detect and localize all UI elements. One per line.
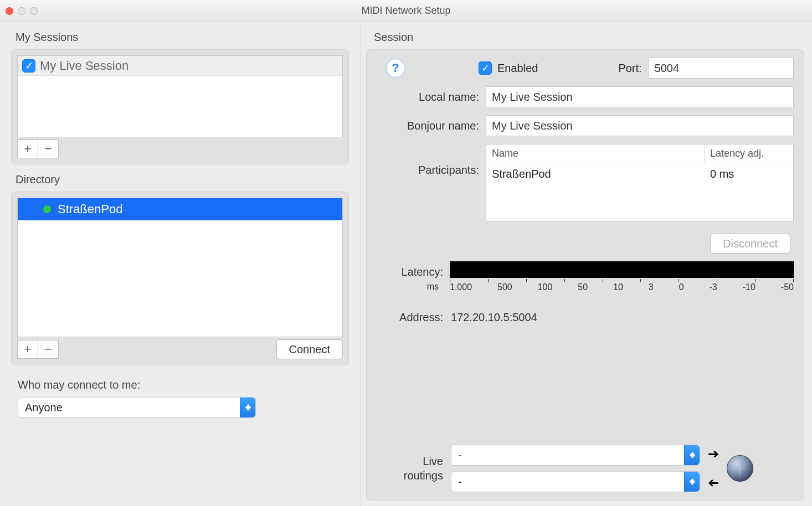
participants-column-latency: Latency adj. <box>705 144 793 163</box>
local-name-input[interactable] <box>486 86 794 107</box>
latency-tick: 10 <box>613 282 623 292</box>
live-routings-label: Live routings <box>377 454 443 483</box>
latency-ms-label: ms <box>377 282 443 292</box>
live-routing-out-popup[interactable]: - <box>451 445 700 466</box>
arrow-right-icon: ➔ <box>708 446 719 462</box>
live-routing-in-value: - <box>451 476 469 488</box>
sessions-list[interactable]: ✓ My Live Session <box>17 55 343 137</box>
latency-label: Latency: <box>377 266 443 278</box>
session-title: Session <box>361 28 804 49</box>
window-zoom-button[interactable] <box>30 7 38 15</box>
local-name-label: Local name: <box>377 91 479 104</box>
window-title: MIDI Network Setup <box>361 5 450 17</box>
remove-session-button[interactable]: − <box>38 140 59 158</box>
window-minimize-button[interactable] <box>18 7 25 15</box>
participants-table[interactable]: Name Latency adj. StraßenPod 0 ms <box>486 144 794 221</box>
directory-title: Directory <box>6 170 354 192</box>
who-may-connect-label: Who may connect to me: <box>18 379 342 391</box>
titlebar: MIDI Network Setup <box>0 0 812 22</box>
chevron-up-down-icon <box>684 445 700 465</box>
session-enabled-checkbox-right[interactable]: ✓ <box>479 61 492 75</box>
latency-tick: 50 <box>578 282 588 292</box>
who-may-connect-value: Anyone <box>18 401 69 414</box>
live-routing-out-value: - <box>451 449 469 462</box>
participants-column-name: Name <box>486 144 705 163</box>
participant-row[interactable]: StraßenPod 0 ms <box>486 163 793 185</box>
address-value: 172.20.10.5:5004 <box>443 311 537 324</box>
add-session-button[interactable]: + <box>17 140 38 158</box>
latency-ticks: 1.000500100501030-3-10-50 <box>450 281 794 292</box>
who-may-connect-popup[interactable]: Anyone <box>18 397 256 418</box>
latency-graph <box>450 261 794 278</box>
latency-tick: 3 <box>649 282 654 292</box>
connect-button[interactable]: Connect <box>276 339 343 359</box>
help-button[interactable]: ? <box>386 58 405 78</box>
my-sessions-panel: ✓ My Live Session + − <box>11 49 349 164</box>
status-online-icon <box>43 205 51 213</box>
latency-tick: -50 <box>781 282 794 292</box>
latency-tick: 100 <box>538 282 553 292</box>
directory-row[interactable]: StraßenPod <box>18 198 342 220</box>
live-routing-in-popup[interactable]: - <box>451 471 700 492</box>
latency-tick: -10 <box>743 282 756 292</box>
arrow-left-icon: ➔ <box>708 475 719 490</box>
window-close-button[interactable] <box>6 7 13 15</box>
latency-tick: 500 <box>497 282 512 292</box>
participant-name: StraßenPod <box>486 163 705 185</box>
bonjour-name-label: Bonjour name: <box>377 120 479 132</box>
directory-list[interactable]: StraßenPod <box>17 198 343 337</box>
latency-tick: 0 <box>679 282 684 292</box>
chevron-up-down-icon <box>684 472 700 492</box>
session-row[interactable]: ✓ My Live Session <box>18 56 342 76</box>
session-enabled-label: Enabled <box>497 62 538 75</box>
session-enabled-checkbox[interactable]: ✓ <box>22 59 35 73</box>
port-input[interactable] <box>649 58 794 79</box>
network-globe-icon <box>727 455 753 482</box>
latency-tick: 1.000 <box>450 282 472 292</box>
bonjour-name-input[interactable] <box>486 115 794 136</box>
directory-panel: StraßenPod + − Connect <box>11 192 349 365</box>
participant-latency: 0 ms <box>705 163 793 185</box>
add-directory-entry-button[interactable]: + <box>17 340 38 359</box>
session-row-label: My Live Session <box>40 59 129 73</box>
disconnect-button[interactable]: Disconnect <box>710 234 790 254</box>
address-label: Address: <box>377 311 443 324</box>
chevron-up-down-icon <box>240 397 255 417</box>
latency-tick: -3 <box>710 282 717 292</box>
remove-directory-entry-button[interactable]: − <box>38 340 59 359</box>
my-sessions-title: My Sessions <box>6 28 354 49</box>
directory-row-label: StraßenPod <box>58 202 122 216</box>
port-label: Port: <box>618 62 641 75</box>
participants-label: Participants: <box>377 144 479 177</box>
